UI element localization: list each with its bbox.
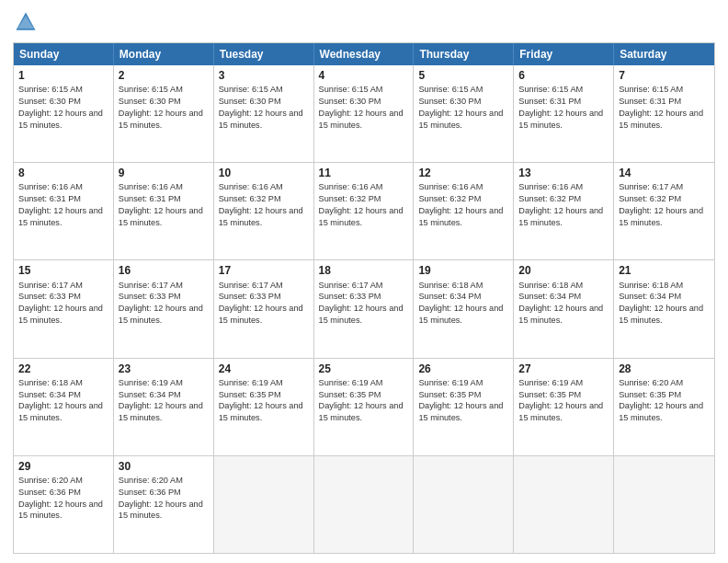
day-info: Sunrise: 6:15 AMSunset: 6:31 PMDaylight:…: [619, 85, 703, 129]
calendar-row-2: 8 Sunrise: 6:16 AMSunset: 6:31 PMDayligh…: [14, 163, 714, 260]
day-number: 11: [319, 166, 409, 180]
empty-cell: [214, 456, 314, 553]
day-number: 27: [518, 362, 609, 376]
day-info: Sunrise: 6:15 AMSunset: 6:31 PMDaylight:…: [518, 85, 603, 129]
calendar-body: 1 Sunrise: 6:15 AMSunset: 6:30 PMDayligh…: [14, 65, 714, 553]
day-cell-24: 24 Sunrise: 6:19 AMSunset: 6:35 PMDaylig…: [214, 359, 314, 455]
day-info: Sunrise: 6:15 AMSunset: 6:30 PMDaylight:…: [119, 85, 203, 129]
day-cell-25: 25 Sunrise: 6:19 AMSunset: 6:35 PMDaylig…: [314, 359, 415, 455]
day-number: 5: [418, 68, 508, 83]
day-cell-10: 10 Sunrise: 6:16 AMSunset: 6:32 PMDaylig…: [214, 163, 314, 259]
logo-icon: [13, 9, 39, 35]
day-cell-14: 14 Sunrise: 6:17 AMSunset: 6:32 PMDaylig…: [614, 163, 714, 259]
day-info: Sunrise: 6:15 AMSunset: 6:30 PMDaylight:…: [418, 85, 503, 129]
header-sunday: Sunday: [14, 43, 114, 65]
day-info: Sunrise: 6:16 AMSunset: 6:32 PMDaylight:…: [518, 182, 603, 226]
day-info: Sunrise: 6:18 AMSunset: 6:34 PMDaylight:…: [518, 281, 603, 325]
day-number: 1: [18, 68, 108, 83]
day-info: Sunrise: 6:19 AMSunset: 6:35 PMDaylight:…: [319, 378, 404, 422]
day-info: Sunrise: 6:15 AMSunset: 6:30 PMDaylight:…: [18, 85, 103, 129]
day-number: 22: [18, 362, 108, 376]
empty-cell: [314, 456, 415, 553]
day-number: 26: [418, 362, 508, 376]
day-cell-15: 15 Sunrise: 6:17 AMSunset: 6:33 PMDaylig…: [14, 260, 114, 357]
day-number: 8: [18, 166, 108, 180]
day-number: 18: [319, 263, 409, 278]
day-number: 6: [518, 68, 609, 83]
day-cell-17: 17 Sunrise: 6:17 AMSunset: 6:33 PMDaylig…: [214, 260, 314, 357]
day-info: Sunrise: 6:20 AMSunset: 6:35 PMDaylight:…: [619, 378, 703, 422]
day-number: 20: [518, 263, 609, 278]
day-cell-30: 30 Sunrise: 6:20 AMSunset: 6:36 PMDaylig…: [114, 456, 214, 553]
day-cell-12: 12 Sunrise: 6:16 AMSunset: 6:32 PMDaylig…: [414, 163, 514, 259]
calendar-row-4: 22 Sunrise: 6:18 AMSunset: 6:34 PMDaylig…: [14, 359, 714, 456]
day-number: 15: [18, 263, 108, 278]
day-cell-27: 27 Sunrise: 6:19 AMSunset: 6:35 PMDaylig…: [514, 359, 614, 455]
calendar-header: Sunday Monday Tuesday Wednesday Thursday…: [14, 43, 714, 65]
calendar: Sunday Monday Tuesday Wednesday Thursday…: [13, 42, 715, 554]
day-cell-9: 9 Sunrise: 6:16 AMSunset: 6:31 PMDayligh…: [114, 163, 214, 259]
day-cell-13: 13 Sunrise: 6:16 AMSunset: 6:32 PMDaylig…: [514, 163, 614, 259]
day-cell-5: 5 Sunrise: 6:15 AMSunset: 6:30 PMDayligh…: [414, 65, 514, 162]
day-info: Sunrise: 6:15 AMSunset: 6:30 PMDaylight:…: [319, 85, 404, 129]
day-number: 25: [319, 362, 409, 376]
day-info: Sunrise: 6:16 AMSunset: 6:31 PMDaylight:…: [119, 182, 203, 226]
day-cell-7: 7 Sunrise: 6:15 AMSunset: 6:31 PMDayligh…: [614, 65, 714, 162]
day-number: 13: [518, 166, 609, 180]
day-number: 16: [119, 263, 209, 278]
day-cell-4: 4 Sunrise: 6:15 AMSunset: 6:30 PMDayligh…: [314, 65, 415, 162]
day-info: Sunrise: 6:16 AMSunset: 6:32 PMDaylight:…: [418, 182, 503, 226]
svg-marker-1: [17, 16, 34, 29]
day-number: 4: [319, 68, 409, 83]
day-info: Sunrise: 6:17 AMSunset: 6:32 PMDaylight:…: [619, 182, 703, 226]
day-number: 19: [418, 263, 508, 278]
day-info: Sunrise: 6:20 AMSunset: 6:36 PMDaylight:…: [119, 476, 203, 520]
day-number: 7: [619, 68, 710, 83]
day-info: Sunrise: 6:17 AMSunset: 6:33 PMDaylight:…: [319, 281, 404, 325]
day-number: 17: [219, 263, 309, 278]
day-info: Sunrise: 6:17 AMSunset: 6:33 PMDaylight:…: [119, 281, 203, 325]
day-cell-18: 18 Sunrise: 6:17 AMSunset: 6:33 PMDaylig…: [314, 260, 415, 357]
day-info: Sunrise: 6:18 AMSunset: 6:34 PMDaylight:…: [619, 281, 703, 325]
day-cell-22: 22 Sunrise: 6:18 AMSunset: 6:34 PMDaylig…: [14, 359, 114, 455]
day-number: 3: [219, 68, 309, 83]
day-info: Sunrise: 6:19 AMSunset: 6:35 PMDaylight:…: [219, 378, 303, 422]
day-info: Sunrise: 6:20 AMSunset: 6:36 PMDaylight:…: [18, 476, 103, 520]
day-cell-1: 1 Sunrise: 6:15 AMSunset: 6:30 PMDayligh…: [14, 65, 114, 162]
header-wednesday: Wednesday: [314, 43, 415, 65]
empty-cell: [614, 456, 714, 553]
day-info: Sunrise: 6:19 AMSunset: 6:35 PMDaylight:…: [418, 378, 503, 422]
day-info: Sunrise: 6:19 AMSunset: 6:34 PMDaylight:…: [119, 378, 203, 422]
day-number: 12: [418, 166, 508, 180]
day-number: 21: [619, 263, 710, 278]
page: Sunday Monday Tuesday Wednesday Thursday…: [0, 0, 728, 563]
day-cell-8: 8 Sunrise: 6:16 AMSunset: 6:31 PMDayligh…: [14, 163, 114, 259]
day-cell-11: 11 Sunrise: 6:16 AMSunset: 6:32 PMDaylig…: [314, 163, 415, 259]
day-cell-19: 19 Sunrise: 6:18 AMSunset: 6:34 PMDaylig…: [414, 260, 514, 357]
day-number: 9: [119, 166, 209, 180]
day-info: Sunrise: 6:17 AMSunset: 6:33 PMDaylight:…: [219, 281, 303, 325]
day-info: Sunrise: 6:16 AMSunset: 6:32 PMDaylight:…: [219, 182, 303, 226]
header-monday: Monday: [114, 43, 214, 65]
day-info: Sunrise: 6:17 AMSunset: 6:33 PMDaylight:…: [18, 281, 103, 325]
empty-cell: [514, 456, 614, 553]
day-cell-2: 2 Sunrise: 6:15 AMSunset: 6:30 PMDayligh…: [114, 65, 214, 162]
day-info: Sunrise: 6:18 AMSunset: 6:34 PMDaylight:…: [18, 378, 103, 422]
day-cell-16: 16 Sunrise: 6:17 AMSunset: 6:33 PMDaylig…: [114, 260, 214, 357]
day-number: 30: [119, 459, 209, 474]
day-cell-28: 28 Sunrise: 6:20 AMSunset: 6:35 PMDaylig…: [614, 359, 714, 455]
day-cell-23: 23 Sunrise: 6:19 AMSunset: 6:34 PMDaylig…: [114, 359, 214, 455]
logo: [13, 9, 42, 35]
header-saturday: Saturday: [614, 43, 714, 65]
day-number: 2: [119, 68, 209, 83]
header: [13, 9, 715, 35]
day-cell-29: 29 Sunrise: 6:20 AMSunset: 6:36 PMDaylig…: [14, 456, 114, 553]
day-cell-21: 21 Sunrise: 6:18 AMSunset: 6:34 PMDaylig…: [614, 260, 714, 357]
calendar-row-1: 1 Sunrise: 6:15 AMSunset: 6:30 PMDayligh…: [14, 65, 714, 163]
day-cell-6: 6 Sunrise: 6:15 AMSunset: 6:31 PMDayligh…: [514, 65, 614, 162]
calendar-row-5: 29 Sunrise: 6:20 AMSunset: 6:36 PMDaylig…: [14, 456, 714, 553]
day-cell-20: 20 Sunrise: 6:18 AMSunset: 6:34 PMDaylig…: [514, 260, 614, 357]
empty-cell: [414, 456, 514, 553]
day-info: Sunrise: 6:16 AMSunset: 6:32 PMDaylight:…: [319, 182, 404, 226]
day-number: 28: [619, 362, 710, 376]
